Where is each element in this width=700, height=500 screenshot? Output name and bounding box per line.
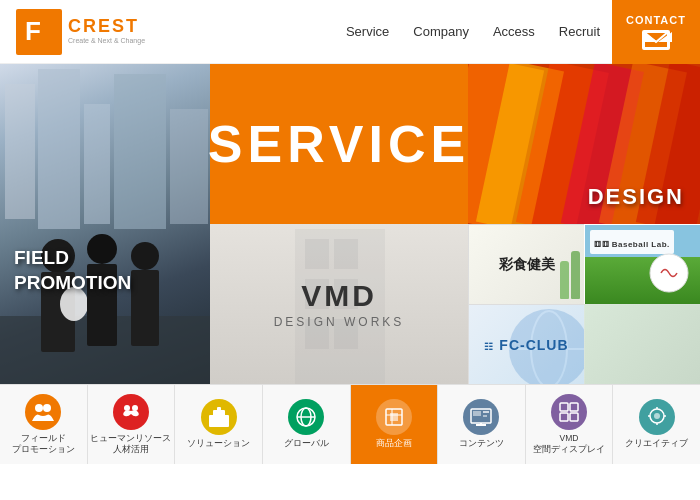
logo-area[interactable]: F CREST Create & Next & Change — [16, 9, 146, 55]
svg-rect-92 — [483, 415, 487, 417]
main-nav: Service Company Access Recruit — [146, 24, 612, 39]
contact-label: CONTACT — [626, 14, 686, 26]
svg-rect-91 — [483, 411, 489, 413]
saishoku-label: 彩食健美 — [499, 256, 555, 274]
human-resource-icon — [113, 394, 149, 430]
nav-creative[interactable]: クリエイティブ — [613, 385, 700, 464]
nav-global[interactable]: グローバル — [263, 385, 351, 464]
contact-button[interactable]: CONTACT — [612, 0, 700, 64]
svg-point-76 — [43, 404, 51, 412]
nav-service[interactable]: Service — [346, 24, 389, 39]
svg-rect-90 — [473, 411, 481, 416]
global-icon — [288, 399, 324, 435]
svg-rect-46 — [84, 104, 110, 224]
logo-tagline: Create & Next & Change — [68, 37, 145, 45]
svg-rect-96 — [570, 403, 578, 411]
svg-rect-47 — [114, 74, 166, 229]
nav-field-promotion[interactable]: フィールドプロモーション — [0, 385, 88, 464]
header: F CREST Create & Next & Change Service C… — [0, 0, 700, 64]
vmd-main: VMD — [274, 279, 405, 313]
product-nav-label: 商品企画 — [376, 438, 412, 449]
svg-point-78 — [132, 405, 138, 411]
svg-rect-80 — [213, 410, 225, 417]
creative-icon — [639, 399, 675, 435]
svg-rect-98 — [570, 413, 578, 421]
field-promotion-nav-label: フィールドプロモーション — [12, 433, 75, 455]
solution-nav-label: ソリューション — [187, 438, 250, 449]
svg-rect-81 — [217, 407, 221, 411]
svg-point-75 — [35, 404, 43, 412]
svg-point-55 — [131, 242, 159, 270]
field-promotion-cell[interactable]: FIELDPROMOTION — [0, 64, 210, 384]
content-nav-label: コンテンツ — [459, 438, 504, 449]
solution-icon — [201, 399, 237, 435]
bottom-nav: フィールドプロモーション ヒューマンリソース人材活用 ソリューション グローバル… — [0, 384, 700, 464]
fc-club-cell[interactable]: ☷ FC-CLUB — [468, 304, 584, 384]
logo-name: CREST — [68, 17, 145, 35]
svg-rect-48 — [170, 109, 208, 224]
svg-rect-86 — [390, 413, 398, 421]
baseball-lab-logo-box: ⚅⚅ Baseball Lab. — [590, 230, 674, 254]
envelope-icon — [642, 30, 670, 50]
vmd-display-nav-label: VMD空間ディスプレイ — [533, 433, 605, 455]
baseball-cell[interactable]: ⚅⚅ Baseball Lab. — [584, 224, 700, 304]
field-promotion-icon — [25, 394, 61, 430]
hero-section: FIELDPROMOTION SERVICE DESIGN — [0, 64, 700, 384]
creative-nav-label: クリエイティブ — [625, 438, 688, 449]
logo-text-area: CREST Create & Next & Change — [68, 17, 145, 45]
design-label: DESIGN — [588, 184, 684, 210]
nav-company[interactable]: Company — [413, 24, 469, 39]
svg-rect-65 — [305, 239, 329, 269]
vmd-display-icon — [551, 394, 587, 430]
service-label: SERVICE — [208, 114, 470, 174]
svg-rect-66 — [334, 239, 358, 269]
svg-rect-56 — [131, 270, 159, 346]
svg-point-100 — [654, 413, 660, 419]
svg-rect-95 — [560, 403, 568, 411]
fc-club-label: ☷ FC-CLUB — [484, 337, 568, 353]
nav-human-resource[interactable]: ヒューマンリソース人材活用 — [88, 385, 176, 464]
svg-rect-45 — [38, 69, 80, 229]
product-icon — [376, 399, 412, 435]
svg-rect-97 — [560, 413, 568, 421]
design-cell[interactable]: DESIGN — [468, 64, 700, 224]
vmd-sub: DESIGN WORKS — [274, 315, 405, 329]
vmd-cell[interactable]: VMD DESIGN WORKS — [210, 224, 468, 384]
logo-icon: F — [16, 9, 62, 55]
svg-text:F: F — [25, 16, 40, 46]
human-resource-nav-label: ヒューマンリソース人材活用 — [90, 433, 171, 455]
saishoku-cell[interactable]: 彩食健美 — [468, 224, 584, 304]
nav-access[interactable]: Access — [493, 24, 535, 39]
nav-vmd-display[interactable]: VMD空間ディスプレイ — [526, 385, 614, 464]
service-cell[interactable]: SERVICE — [210, 64, 468, 224]
svg-rect-44 — [5, 84, 35, 219]
nav-solution[interactable]: ソリューション — [175, 385, 263, 464]
nav-content[interactable]: コンテンツ — [438, 385, 526, 464]
svg-rect-2 — [644, 32, 668, 48]
svg-point-77 — [124, 405, 130, 411]
nav-recruit[interactable]: Recruit — [559, 24, 600, 39]
baseball-lab-label: ⚅⚅ Baseball Lab. — [594, 240, 670, 249]
global-nav-label: グローバル — [284, 438, 329, 449]
bottom-right-cell — [584, 304, 700, 384]
nav-product[interactable]: 商品企画 — [351, 385, 439, 464]
content-icon — [463, 399, 499, 435]
field-promotion-label: FIELDPROMOTION — [14, 245, 131, 296]
